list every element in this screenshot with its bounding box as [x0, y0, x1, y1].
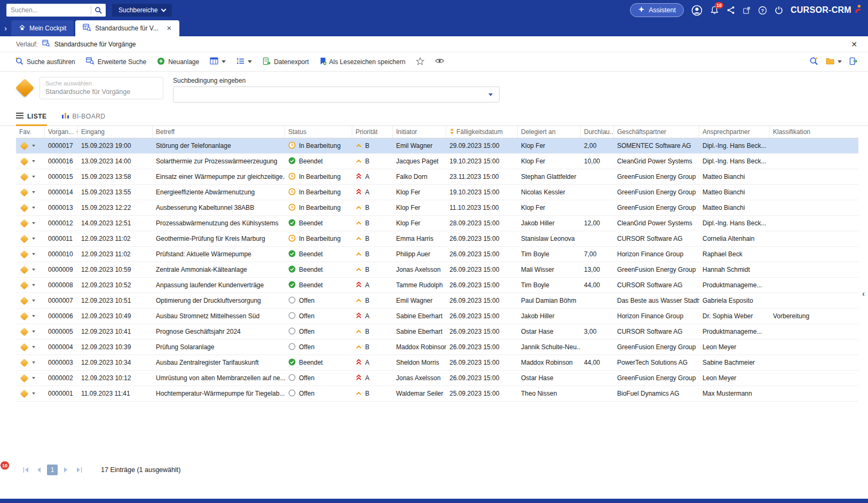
- global-search-input[interactable]: [11, 6, 88, 14]
- chevron-down-icon[interactable]: [32, 253, 35, 255]
- column-header[interactable]: Fav.: [16, 126, 45, 138]
- column-header[interactable]: Fälligkeitsdatum: [446, 126, 518, 138]
- chevron-down-icon[interactable]: [32, 191, 35, 193]
- favorite-cell[interactable]: [16, 247, 45, 262]
- data-export-button[interactable]: Datenexport: [263, 57, 309, 67]
- chevron-down-icon[interactable]: [32, 315, 35, 317]
- table-row[interactable]: 000000111.09.2023 11:41Hochtemperatur-Wä…: [16, 386, 858, 402]
- table-row[interactable]: 000001112.09.2023 11:02Geothermie-Prüfun…: [16, 231, 858, 247]
- chevron-down-icon[interactable]: [32, 238, 35, 240]
- column-header[interactable]: Klassifikation: [770, 126, 858, 138]
- detach-panel-button[interactable]: [849, 57, 857, 67]
- column-header[interactable]: Durchlau...: [581, 126, 614, 138]
- favorite-diamond-icon[interactable]: [20, 358, 29, 367]
- power-logout-icon[interactable]: [775, 6, 783, 14]
- chevron-down-icon[interactable]: [32, 377, 35, 379]
- favorite-star-button[interactable]: [416, 57, 424, 67]
- prev-page-button[interactable]: [34, 465, 44, 475]
- chevron-down-icon[interactable]: [32, 392, 35, 395]
- favorite-diamond-icon[interactable]: [20, 219, 29, 227]
- table-row[interactable]: 000001214.09.2023 12:51Prozessabwärmenut…: [16, 216, 858, 231]
- favorite-diamond-icon[interactable]: [20, 374, 29, 382]
- favorite-diamond-icon[interactable]: [20, 250, 29, 258]
- column-header[interactable]: Ansprechpartner: [699, 126, 770, 138]
- chevron-down-icon[interactable]: [32, 160, 35, 162]
- chevron-down-icon[interactable]: [32, 361, 35, 364]
- history-entry-link[interactable]: Standardsuche für Vorgänge: [54, 41, 136, 48]
- favorite-diamond-icon[interactable]: [20, 142, 29, 150]
- favorite-cell[interactable]: [16, 386, 45, 401]
- table-row[interactable]: 000000612.09.2023 10:49Ausbau Stromnetz …: [16, 309, 858, 324]
- table-row[interactable]: 000000412.09.2023 10:39Prüfung Solaranla…: [16, 340, 858, 355]
- chevron-down-icon[interactable]: [32, 222, 35, 224]
- external-link-icon[interactable]: [743, 6, 751, 14]
- chevron-down-icon[interactable]: [32, 269, 35, 271]
- favorite-cell[interactable]: [16, 278, 45, 293]
- favorite-cell[interactable]: [16, 324, 45, 339]
- highlight-search-button[interactable]: [809, 57, 818, 67]
- favorite-diamond-icon[interactable]: [20, 343, 29, 351]
- favorite-cell[interactable]: [16, 138, 45, 153]
- first-page-button[interactable]: [20, 465, 31, 475]
- chevron-down-icon[interactable]: [32, 346, 35, 348]
- chevron-down-icon[interactable]: [32, 145, 35, 147]
- advanced-search-button[interactable]: Erweiterte Suche: [86, 57, 146, 67]
- favorite-cell[interactable]: [16, 216, 45, 231]
- table-row[interactable]: 000001515.09.2023 13:58Einsatz einer Wär…: [16, 169, 858, 185]
- tab-liste[interactable]: LISTE: [16, 108, 47, 126]
- notifications-bell-icon[interactable]: 10: [710, 5, 719, 15]
- favorite-cell[interactable]: [16, 200, 45, 215]
- table-row[interactable]: 000001012.09.2023 11:02Prüfstand: Aktuel…: [16, 247, 858, 262]
- table-row[interactable]: 000000312.09.2023 10:34Ausbau Zentralreg…: [16, 355, 858, 371]
- tab-standardsuche[interactable]: Standardsuche für V... ✕: [75, 20, 179, 36]
- table-view-dropdown-button[interactable]: [210, 57, 226, 66]
- close-search-mask-icon[interactable]: ✕: [851, 40, 857, 49]
- saved-searches-dropdown-button[interactable]: [826, 58, 842, 66]
- help-icon[interactable]: ?: [758, 6, 767, 15]
- favorite-diamond-icon[interactable]: [20, 312, 29, 320]
- column-header[interactable]: Status: [285, 126, 352, 138]
- close-tab-icon[interactable]: ✕: [167, 25, 172, 32]
- tab-overflow-chevron-icon[interactable]: ›: [0, 20, 11, 36]
- visibility-button[interactable]: [435, 58, 444, 66]
- condition-combobox[interactable]: [173, 87, 500, 103]
- last-page-button[interactable]: [74, 465, 84, 475]
- table-row[interactable]: 000001715.09.2023 19:00Störung der Telef…: [16, 138, 858, 154]
- chevron-down-icon[interactable]: [32, 300, 35, 302]
- table-row[interactable]: 000000712.09.2023 10:51Optimierung der D…: [16, 293, 858, 309]
- favorite-cell[interactable]: [16, 169, 45, 184]
- favorite-diamond-icon[interactable]: [20, 234, 29, 243]
- favorite-diamond-icon[interactable]: [20, 172, 29, 181]
- favorite-diamond-icon[interactable]: [20, 281, 29, 289]
- share-icon[interactable]: [727, 6, 735, 14]
- column-header[interactable]: Initiator: [393, 126, 446, 138]
- favorite-diamond-icon[interactable]: [20, 389, 29, 398]
- user-avatar-icon[interactable]: [691, 5, 703, 16]
- favorite-diamond-icon[interactable]: [20, 296, 29, 305]
- column-header[interactable]: Vorgan...▼: [45, 126, 78, 138]
- favorite-cell[interactable]: [16, 355, 45, 370]
- column-header[interactable]: Delegiert an: [518, 126, 581, 138]
- new-record-button[interactable]: Neuanlage: [157, 57, 199, 67]
- tab-mein-cockpit[interactable]: Mein Cockpit: [11, 20, 74, 36]
- table-row[interactable]: 000000912.09.2023 10:59Zentrale Ammoniak…: [16, 262, 858, 278]
- favorite-diamond-icon[interactable]: [20, 157, 29, 166]
- run-search-button[interactable]: Suche ausführen: [15, 57, 75, 67]
- column-header[interactable]: Betreff: [153, 126, 285, 138]
- favorite-cell[interactable]: [16, 231, 45, 246]
- current-page-button[interactable]: 1: [47, 465, 58, 475]
- search-icon[interactable]: [94, 6, 102, 14]
- list-view-dropdown-button[interactable]: [236, 58, 252, 66]
- column-header[interactable]: Geschäftspartner: [614, 126, 699, 138]
- search-select-field[interactable]: Suche auswählen Standardsuche für Vorgän…: [40, 77, 163, 99]
- search-scope-button[interactable]: Suchbereiche: [112, 4, 172, 17]
- table-row[interactable]: 000000212.09.2023 10:12Umrüstung von alt…: [16, 371, 858, 386]
- chevron-down-icon[interactable]: [32, 284, 35, 286]
- favorite-diamond-icon[interactable]: [20, 203, 29, 212]
- tab-bi-board[interactable]: BI-BOARD: [62, 108, 106, 126]
- favorite-cell[interactable]: [16, 371, 45, 386]
- next-page-button[interactable]: [60, 465, 71, 475]
- table-row[interactable]: 000001415.09.2023 13:55Energieeffiziente…: [16, 185, 858, 200]
- chevron-down-icon[interactable]: [488, 93, 493, 96]
- save-bookmark-button[interactable]: Als Lesezeichen speichern: [320, 57, 406, 67]
